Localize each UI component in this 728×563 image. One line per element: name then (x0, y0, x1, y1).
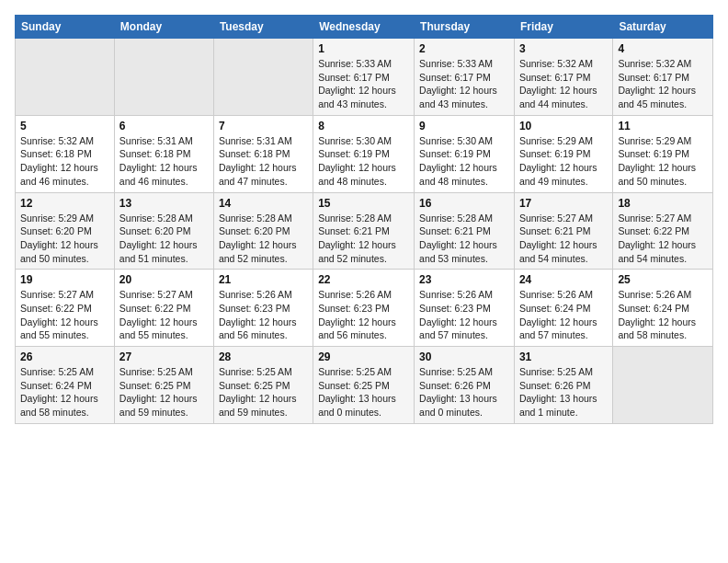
calendar-cell: 7Sunrise: 5:31 AM Sunset: 6:18 PM Daylig… (213, 115, 313, 192)
calendar-cell: 5Sunrise: 5:32 AM Sunset: 6:18 PM Daylig… (16, 115, 115, 192)
day-number: 29 (318, 350, 409, 363)
calendar-cell: 15Sunrise: 5:28 AM Sunset: 6:21 PM Dayli… (313, 192, 415, 270)
calendar-cell: 8Sunrise: 5:30 AM Sunset: 6:19 PM Daylig… (313, 115, 415, 192)
day-number: 8 (318, 120, 409, 132)
day-number: 12 (20, 197, 109, 210)
day-info: Sunrise: 5:25 AM Sunset: 6:25 PM Dayligh… (318, 365, 409, 419)
day-info: Sunrise: 5:25 AM Sunset: 6:24 PM Dayligh… (20, 365, 109, 419)
day-info: Sunrise: 5:32 AM Sunset: 6:17 PM Dayligh… (519, 57, 608, 111)
calendar-cell: 26Sunrise: 5:25 AM Sunset: 6:24 PM Dayli… (16, 347, 115, 424)
day-number: 9 (419, 120, 509, 132)
day-number: 17 (519, 197, 608, 210)
calendar-cell: 17Sunrise: 5:27 AM Sunset: 6:21 PM Dayli… (514, 192, 612, 270)
day-info: Sunrise: 5:29 AM Sunset: 6:20 PM Dayligh… (20, 212, 109, 266)
day-info: Sunrise: 5:27 AM Sunset: 6:22 PM Dayligh… (20, 288, 109, 342)
calendar-cell (114, 39, 213, 116)
day-number: 7 (219, 120, 308, 132)
day-number: 28 (219, 350, 308, 363)
day-number: 26 (20, 350, 109, 363)
calendar-cell: 27Sunrise: 5:25 AM Sunset: 6:25 PM Dayli… (114, 347, 213, 424)
calendar-cell: 29Sunrise: 5:25 AM Sunset: 6:25 PM Dayli… (313, 347, 415, 424)
calendar-cell (16, 39, 115, 116)
calendar-cell: 9Sunrise: 5:30 AM Sunset: 6:19 PM Daylig… (415, 115, 515, 192)
day-info: Sunrise: 5:28 AM Sunset: 6:20 PM Dayligh… (219, 212, 308, 266)
day-info: Sunrise: 5:28 AM Sunset: 6:21 PM Dayligh… (419, 212, 509, 266)
day-number: 5 (20, 120, 109, 132)
day-number: 20 (119, 273, 209, 286)
calendar-header: SundayMondayTuesdayWednesdayThursdayFrid… (16, 16, 713, 39)
day-info: Sunrise: 5:32 AM Sunset: 6:17 PM Dayligh… (618, 57, 708, 111)
day-number: 30 (419, 350, 509, 363)
calendar-cell: 22Sunrise: 5:26 AM Sunset: 6:23 PM Dayli… (313, 270, 415, 347)
calendar-week-1: 1Sunrise: 5:33 AM Sunset: 6:17 PM Daylig… (16, 39, 713, 116)
calendar-cell: 24Sunrise: 5:26 AM Sunset: 6:24 PM Dayli… (514, 270, 612, 347)
day-info: Sunrise: 5:26 AM Sunset: 6:24 PM Dayligh… (618, 288, 708, 342)
calendar-cell: 6Sunrise: 5:31 AM Sunset: 6:18 PM Daylig… (114, 115, 213, 192)
calendar-cell: 21Sunrise: 5:26 AM Sunset: 6:23 PM Dayli… (213, 270, 313, 347)
weekday-thursday: Thursday (415, 16, 515, 39)
day-info: Sunrise: 5:27 AM Sunset: 6:21 PM Dayligh… (519, 212, 608, 266)
weekday-header-row: SundayMondayTuesdayWednesdayThursdayFrid… (16, 16, 713, 39)
calendar-week-3: 12Sunrise: 5:29 AM Sunset: 6:20 PM Dayli… (16, 192, 713, 270)
day-info: Sunrise: 5:29 AM Sunset: 6:19 PM Dayligh… (618, 134, 708, 189)
day-info: Sunrise: 5:26 AM Sunset: 6:23 PM Dayligh… (419, 288, 509, 342)
calendar-week-4: 19Sunrise: 5:27 AM Sunset: 6:22 PM Dayli… (16, 270, 713, 347)
calendar-cell: 4Sunrise: 5:32 AM Sunset: 6:17 PM Daylig… (613, 39, 713, 116)
calendar-cell: 14Sunrise: 5:28 AM Sunset: 6:20 PM Dayli… (213, 192, 313, 270)
day-number: 11 (618, 120, 708, 132)
day-info: Sunrise: 5:32 AM Sunset: 6:18 PM Dayligh… (20, 134, 109, 189)
day-info: Sunrise: 5:31 AM Sunset: 6:18 PM Dayligh… (119, 134, 209, 189)
day-number: 6 (119, 120, 209, 132)
weekday-saturday: Saturday (613, 16, 713, 39)
calendar-cell: 28Sunrise: 5:25 AM Sunset: 6:25 PM Dayli… (213, 347, 313, 424)
day-info: Sunrise: 5:25 AM Sunset: 6:25 PM Dayligh… (219, 365, 308, 419)
calendar-cell: 3Sunrise: 5:32 AM Sunset: 6:17 PM Daylig… (514, 39, 612, 116)
calendar-cell: 1Sunrise: 5:33 AM Sunset: 6:17 PM Daylig… (313, 39, 415, 116)
calendar-cell: 13Sunrise: 5:28 AM Sunset: 6:20 PM Dayli… (114, 192, 213, 270)
weekday-tuesday: Tuesday (213, 16, 313, 39)
day-number: 16 (419, 197, 509, 210)
calendar-cell (213, 39, 313, 116)
day-number: 23 (419, 273, 509, 286)
day-info: Sunrise: 5:33 AM Sunset: 6:17 PM Dayligh… (419, 57, 509, 111)
day-info: Sunrise: 5:29 AM Sunset: 6:19 PM Dayligh… (519, 134, 608, 189)
calendar-cell: 12Sunrise: 5:29 AM Sunset: 6:20 PM Dayli… (16, 192, 115, 270)
calendar-cell: 2Sunrise: 5:33 AM Sunset: 6:17 PM Daylig… (415, 39, 515, 116)
day-info: Sunrise: 5:25 AM Sunset: 6:26 PM Dayligh… (419, 365, 509, 419)
weekday-monday: Monday (114, 16, 213, 39)
day-info: Sunrise: 5:27 AM Sunset: 6:22 PM Dayligh… (119, 288, 209, 342)
calendar-week-5: 26Sunrise: 5:25 AM Sunset: 6:24 PM Dayli… (16, 347, 713, 424)
calendar-cell: 18Sunrise: 5:27 AM Sunset: 6:22 PM Dayli… (613, 192, 713, 270)
day-number: 25 (618, 273, 708, 286)
day-number: 22 (318, 273, 409, 286)
calendar-cell: 20Sunrise: 5:27 AM Sunset: 6:22 PM Dayli… (114, 270, 213, 347)
day-number: 18 (618, 197, 708, 210)
day-info: Sunrise: 5:27 AM Sunset: 6:22 PM Dayligh… (618, 212, 708, 266)
calendar-cell: 16Sunrise: 5:28 AM Sunset: 6:21 PM Dayli… (415, 192, 515, 270)
day-info: Sunrise: 5:25 AM Sunset: 6:26 PM Dayligh… (519, 365, 608, 419)
calendar-cell (613, 347, 713, 424)
day-number: 4 (618, 42, 708, 55)
calendar-cell: 23Sunrise: 5:26 AM Sunset: 6:23 PM Dayli… (415, 270, 515, 347)
day-number: 13 (119, 197, 209, 210)
day-number: 15 (318, 197, 409, 210)
day-number: 10 (519, 120, 608, 132)
calendar-week-2: 5Sunrise: 5:32 AM Sunset: 6:18 PM Daylig… (16, 115, 713, 192)
day-info: Sunrise: 5:30 AM Sunset: 6:19 PM Dayligh… (419, 134, 509, 189)
day-number: 2 (419, 42, 509, 55)
calendar-cell: 31Sunrise: 5:25 AM Sunset: 6:26 PM Dayli… (514, 347, 612, 424)
day-number: 31 (519, 350, 608, 363)
day-info: Sunrise: 5:26 AM Sunset: 6:24 PM Dayligh… (519, 288, 608, 342)
calendar-cell: 11Sunrise: 5:29 AM Sunset: 6:19 PM Dayli… (613, 115, 713, 192)
calendar-body: 1Sunrise: 5:33 AM Sunset: 6:17 PM Daylig… (16, 39, 713, 424)
weekday-wednesday: Wednesday (313, 16, 415, 39)
calendar-cell: 30Sunrise: 5:25 AM Sunset: 6:26 PM Dayli… (415, 347, 515, 424)
calendar-cell: 25Sunrise: 5:26 AM Sunset: 6:24 PM Dayli… (613, 270, 713, 347)
day-info: Sunrise: 5:25 AM Sunset: 6:25 PM Dayligh… (119, 365, 209, 419)
calendar-cell: 10Sunrise: 5:29 AM Sunset: 6:19 PM Dayli… (514, 115, 612, 192)
weekday-sunday: Sunday (16, 16, 115, 39)
day-number: 19 (20, 273, 109, 286)
day-number: 14 (219, 197, 308, 210)
day-number: 21 (219, 273, 308, 286)
day-info: Sunrise: 5:31 AM Sunset: 6:18 PM Dayligh… (219, 134, 308, 189)
